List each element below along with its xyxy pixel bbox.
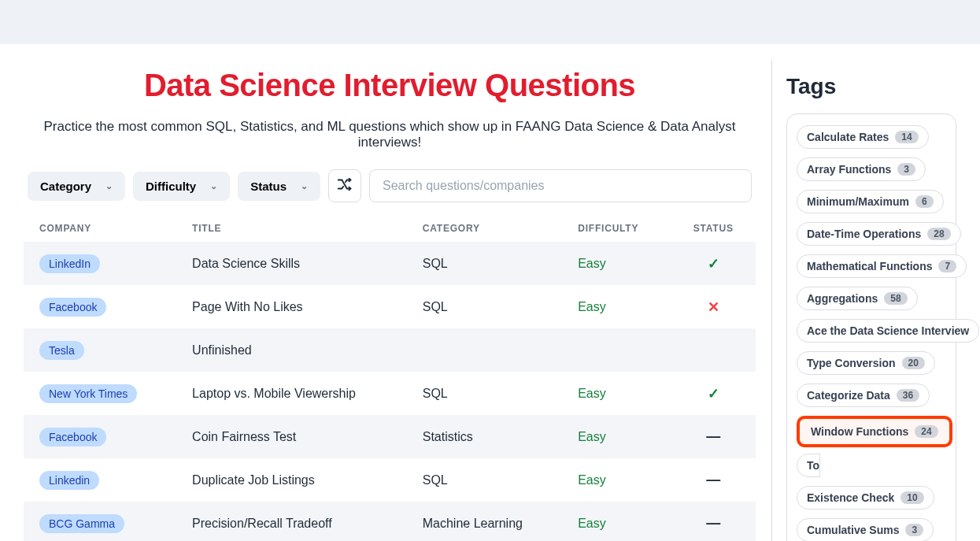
table-row[interactable]: BCG GammaPrecision/Recall TradeoffMachin… (24, 502, 756, 541)
table-row[interactable]: LinkedInData Science SkillsSQLEasy✓ (24, 242, 756, 285)
filter-controls: Category ⌄ Difficulty ⌄ Status ⌄ (24, 169, 756, 202)
question-status: ✕ (671, 285, 756, 328)
check-icon: ✓ (708, 256, 719, 272)
page-subtitle: Practice the most common SQL, Statistics… (24, 119, 756, 150)
tag-label: Cumulative Sums (807, 524, 899, 536)
tag-count: 24 (915, 425, 937, 438)
question-title[interactable]: Coin Fairness Test (176, 415, 407, 458)
tag-label: Mathematical Functions (807, 260, 932, 272)
table-row[interactable]: FacebookPage With No LikesSQLEasy✕ (24, 285, 756, 328)
dash-icon: — (706, 515, 720, 531)
tag-mathematical-functions[interactable]: Mathematical Functions7 (797, 254, 967, 278)
tag-calculate-rates[interactable]: Calculate Rates14 (797, 125, 929, 149)
question-title[interactable]: Unfinished (176, 328, 407, 372)
dash-icon: — (706, 428, 720, 444)
question-category (407, 328, 562, 372)
tag-partial[interactable]: To (797, 454, 820, 477)
question-title[interactable]: Page With No Likes (176, 285, 407, 328)
question-title[interactable]: Data Science Skills (176, 242, 407, 285)
main-content: Data Science Interview Questions Practic… (0, 44, 980, 541)
tag-count: 36 (897, 389, 919, 402)
company-pill[interactable]: Facebook (39, 428, 106, 447)
question-category: Machine Learning (407, 502, 562, 541)
tag-label: Window Functions (811, 425, 908, 438)
tag-count: 20 (902, 357, 925, 369)
tag-count: 28 (927, 228, 950, 240)
question-difficulty: Easy (562, 242, 671, 285)
question-title[interactable]: Duplicate Job Listings (176, 458, 407, 502)
company-pill[interactable]: Linkedin (39, 471, 99, 490)
chevron-down-icon: ⌄ (105, 181, 113, 191)
status-dropdown-label: Status (250, 180, 287, 193)
col-status: STATUS (671, 215, 756, 242)
tags-title: Tags (786, 74, 956, 99)
tag-date-time-operations[interactable]: Date-Time Operations28 (797, 222, 961, 246)
col-category: CATEGORY (407, 215, 562, 242)
question-status: — (671, 458, 756, 502)
tag-window-functions[interactable]: Window Functions24 (797, 416, 952, 447)
tag-label: Calculate Rates (807, 131, 889, 143)
question-difficulty: Easy (562, 372, 671, 415)
shuffle-icon (336, 176, 353, 197)
table-row[interactable]: FacebookCoin Fairness TestStatisticsEasy… (24, 415, 756, 458)
question-difficulty: Easy (562, 502, 671, 541)
company-pill[interactable]: New York Times (39, 384, 137, 403)
question-title[interactable]: Precision/Recall Tradeoff (176, 502, 407, 541)
left-column: Data Science Interview Questions Practic… (24, 60, 771, 541)
category-dropdown-label: Category (40, 180, 91, 193)
question-status: ✓ (671, 242, 756, 285)
question-difficulty: Easy (562, 285, 671, 328)
difficulty-dropdown[interactable]: Difficulty ⌄ (133, 172, 230, 201)
question-category: Statistics (407, 415, 562, 458)
search-input[interactable] (369, 169, 752, 202)
tag-count: 6 (915, 195, 934, 208)
page-title: Data Science Interview Questions (24, 68, 756, 103)
table-row[interactable]: LinkedinDuplicate Job ListingsSQLEasy— (24, 458, 756, 502)
chevron-down-icon: ⌄ (301, 181, 308, 191)
tag-count: 7 (938, 260, 956, 272)
tag-minimum-maximum[interactable]: Minimum/Maximum6 (797, 190, 944, 213)
question-category: SQL (407, 372, 562, 415)
tag-categorize-data[interactable]: Categorize Data36 (797, 384, 930, 407)
tag-label: Categorize Data (807, 389, 890, 402)
tag-count: 3 (897, 163, 915, 176)
tag-array-functions[interactable]: Array Functions3 (797, 157, 926, 181)
check-icon: ✓ (708, 386, 719, 402)
tag-label: Array Functions (807, 163, 891, 176)
difficulty-dropdown-label: Difficulty (146, 180, 196, 193)
question-status (671, 328, 756, 372)
company-pill[interactable]: LinkedIn (39, 254, 100, 273)
tag-existence-check[interactable]: Existence Check10 (797, 486, 934, 510)
table-row[interactable]: New York TimesLaptop vs. Mobile Viewersh… (24, 372, 756, 415)
top-banner (0, 0, 980, 44)
questions-table: COMPANY TITLE CATEGORY DIFFICULTY STATUS… (24, 215, 756, 541)
tag-type-conversion[interactable]: Type Conversion20 (797, 351, 935, 375)
table-row[interactable]: TeslaUnfinished (24, 328, 756, 372)
tag-label: Date-Time Operations (807, 228, 921, 240)
question-title[interactable]: Laptop vs. Mobile Viewership (176, 372, 407, 415)
tag-ace-the-data-science-interview[interactable]: Ace the Data Science Interview (797, 319, 979, 343)
x-icon: ✕ (708, 299, 719, 315)
question-difficulty (562, 328, 671, 372)
question-category: SQL (407, 285, 562, 328)
tag-count: 58 (884, 292, 907, 305)
tag-label: Ace the Data Science Interview (807, 324, 969, 337)
tag-aggregations[interactable]: Aggregations58 (797, 287, 918, 310)
tag-count: 14 (895, 131, 918, 143)
company-pill[interactable]: Facebook (39, 298, 106, 317)
dash-icon: — (706, 472, 720, 487)
category-dropdown[interactable]: Category ⌄ (28, 172, 125, 201)
tag-label: Minimum/Maximum (807, 195, 909, 208)
status-dropdown[interactable]: Status ⌄ (238, 172, 320, 201)
shuffle-button[interactable] (328, 169, 361, 202)
col-company: COMPANY (24, 215, 176, 242)
tags-sidebar: Tags Calculate Rates14Array Functions3Mi… (771, 60, 956, 541)
question-category: SQL (407, 242, 562, 285)
col-title: TITLE (176, 215, 407, 242)
question-difficulty: Easy (562, 415, 671, 458)
chevron-down-icon: ⌄ (210, 181, 217, 191)
company-pill[interactable]: BCG Gamma (39, 514, 124, 533)
tag-cumulative-sums[interactable]: Cumulative Sums3 (797, 518, 934, 541)
question-difficulty: Easy (562, 458, 671, 502)
company-pill[interactable]: Tesla (39, 341, 84, 360)
